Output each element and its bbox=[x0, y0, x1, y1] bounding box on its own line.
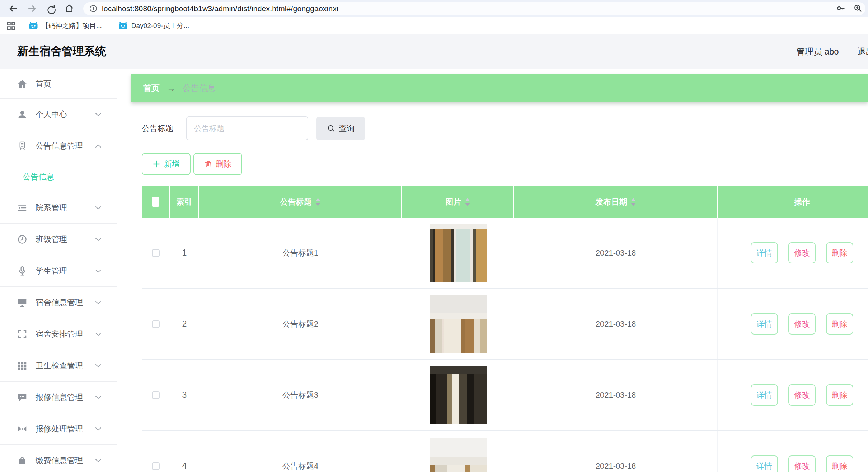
publish-date: 2021-03-18 bbox=[596, 319, 636, 329]
home-nav-icon[interactable] bbox=[64, 3, 75, 14]
sidebar-item-label: 班级管理 bbox=[36, 234, 67, 245]
select-all-header bbox=[142, 186, 170, 218]
search-input[interactable] bbox=[186, 116, 308, 140]
row-index: 3 bbox=[182, 390, 187, 400]
browser-toolbar: localhost:8080/springboot4b1w3/admin/dis… bbox=[0, 0, 868, 17]
row-delete-button[interactable]: 删除 bbox=[826, 242, 853, 263]
sidebar-item-dorm-info-mgmt[interactable]: 宿舍信息管理 bbox=[0, 287, 117, 318]
sidebar-item-student-mgmt[interactable]: 学生管理 bbox=[0, 255, 117, 287]
app-header: 新生宿舍管理系统 管理员 abo 退出 bbox=[0, 34, 868, 69]
sidebar-subitem-label: 公告信息 bbox=[23, 172, 54, 182]
publish-date: 2021-03-18 bbox=[596, 462, 636, 471]
key-icon[interactable] bbox=[836, 3, 846, 13]
microphone-icon bbox=[17, 266, 28, 276]
sidebar-item-dorm-assignment-mgmt[interactable]: 宿舍安排管理 bbox=[0, 318, 117, 350]
sort-carets-icon[interactable] bbox=[631, 198, 636, 206]
forward-icon[interactable] bbox=[27, 3, 37, 14]
row-checkbox[interactable] bbox=[152, 320, 160, 328]
sidebar-item-class-mgmt[interactable]: 班级管理 bbox=[0, 224, 117, 255]
bookmark-item[interactable]: Day02-09-员工分... bbox=[118, 21, 189, 31]
url-text: localhost:8080/springboot4b1w3/admin/dis… bbox=[102, 4, 338, 13]
row-delete-button[interactable]: 删除 bbox=[826, 455, 853, 472]
breadcrumb: 首页 → 公告信息 bbox=[131, 74, 868, 102]
chevron-down-icon bbox=[95, 458, 102, 463]
column-header-date[interactable]: 发布日期 bbox=[514, 186, 718, 218]
zoom-in-icon[interactable] bbox=[853, 3, 863, 13]
chevron-down-icon bbox=[95, 205, 102, 210]
sidebar-item-label: 个人中心 bbox=[36, 109, 67, 120]
home-icon bbox=[17, 79, 28, 89]
back-icon[interactable] bbox=[8, 3, 19, 14]
detail-button[interactable]: 详情 bbox=[751, 384, 778, 406]
address-bar[interactable]: localhost:8080/springboot4b1w3/admin/dis… bbox=[83, 2, 865, 15]
browser-window: localhost:8080/springboot4b1w3/admin/dis… bbox=[0, 0, 868, 472]
chevron-down-icon bbox=[95, 112, 102, 117]
detail-button[interactable]: 详情 bbox=[751, 455, 778, 472]
toolbar-right-icons bbox=[836, 3, 863, 13]
sort-carets-icon[interactable] bbox=[465, 198, 470, 206]
edit-button[interactable]: 修改 bbox=[788, 242, 816, 263]
row-checkbox[interactable] bbox=[152, 462, 160, 470]
sidebar-item-label: 首页 bbox=[36, 79, 51, 89]
column-header-image[interactable]: 图片 bbox=[402, 186, 514, 218]
bookmarks-divider bbox=[22, 21, 22, 31]
table-row: 1 公告标题1 2021-03-18 详情 修改 删除 bbox=[142, 218, 868, 289]
sidebar-item-department-mgmt[interactable]: 院系管理 bbox=[0, 192, 117, 224]
bookmark-label: Day02-09-员工分... bbox=[131, 21, 189, 31]
info-icon[interactable] bbox=[89, 4, 98, 13]
column-header-title[interactable]: 公告标题 bbox=[199, 186, 402, 218]
table-header-row: 索引 公告标题 图片 发布日期 操作 bbox=[142, 186, 868, 218]
sidebar-item-repair-handle-mgmt[interactable]: 报修处理管理 bbox=[0, 413, 117, 445]
column-header-ops: 操作 bbox=[718, 186, 868, 218]
chevron-down-icon bbox=[95, 268, 102, 274]
grid-icon bbox=[17, 360, 28, 371]
announcement-title: 公告标题2 bbox=[282, 319, 318, 330]
announcement-table: 索引 公告标题 图片 发布日期 操作 bbox=[142, 186, 868, 472]
bookmark-item[interactable]: 【码神之路】项目... bbox=[29, 21, 102, 31]
delete-button-label: 删除 bbox=[216, 159, 231, 169]
sidebar-item-payment-info-mgmt[interactable]: 缴费信息管理 bbox=[0, 445, 117, 472]
column-header-index[interactable]: 索引 bbox=[170, 186, 199, 218]
sidebar-item-hygiene-check-mgmt[interactable]: 卫生检查管理 bbox=[0, 350, 117, 382]
edit-button[interactable]: 修改 bbox=[788, 455, 816, 472]
bilibili-icon bbox=[29, 22, 38, 30]
admin-user-label: 管理员 abo bbox=[796, 46, 839, 57]
sidebar-item-label: 缴费信息管理 bbox=[36, 455, 83, 466]
sidebar-item-label: 卫生检查管理 bbox=[36, 360, 83, 371]
row-delete-button[interactable]: 删除 bbox=[826, 313, 853, 335]
sidebar: 首页 个人中心 公告信息管理 公告信息 院系管理 班级管理 学生管理 bbox=[0, 69, 117, 472]
announcement-photo bbox=[430, 438, 487, 472]
query-button[interactable]: 查询 bbox=[316, 117, 365, 140]
edit-button[interactable]: 修改 bbox=[788, 384, 816, 406]
row-checkbox[interactable] bbox=[152, 249, 160, 257]
select-all-checkbox[interactable] bbox=[152, 197, 159, 207]
row-delete-button[interactable]: 删除 bbox=[826, 384, 853, 406]
bilibili-icon bbox=[118, 22, 128, 30]
table-row: 2 公告标题2 2021-03-18 详情 修改 删除 bbox=[142, 289, 868, 360]
table-toolbar: 新增 删除 bbox=[142, 153, 868, 175]
add-button[interactable]: 新增 bbox=[142, 153, 191, 175]
row-checkbox[interactable] bbox=[152, 391, 160, 399]
sidebar-item-home[interactable]: 首页 bbox=[0, 69, 117, 99]
sidebar-item-label: 学生管理 bbox=[36, 266, 67, 276]
sort-carets-icon[interactable] bbox=[315, 198, 320, 206]
breadcrumb-home[interactable]: 首页 bbox=[143, 83, 160, 94]
sidebar-subitem-announcement-info[interactable]: 公告信息 bbox=[0, 162, 117, 192]
sidebar-item-label: 报修处理管理 bbox=[36, 424, 83, 434]
detail-button[interactable]: 详情 bbox=[751, 242, 778, 263]
chevron-down-icon bbox=[95, 332, 102, 337]
reload-icon[interactable] bbox=[45, 3, 56, 14]
row-index: 1 bbox=[182, 248, 187, 258]
bookmark-label: 【码神之路】项目... bbox=[42, 21, 102, 31]
sidebar-item-personal-center[interactable]: 个人中心 bbox=[0, 99, 117, 130]
detail-button[interactable]: 详情 bbox=[751, 313, 778, 335]
sidebar-item-repair-info-mgmt[interactable]: 报修信息管理 bbox=[0, 382, 117, 413]
logout-link[interactable]: 退出 bbox=[857, 46, 868, 57]
apps-grid-icon[interactable] bbox=[6, 20, 17, 31]
sidebar-item-announcement-mgmt[interactable]: 公告信息管理 bbox=[0, 130, 117, 162]
delete-button[interactable]: 删除 bbox=[193, 153, 242, 175]
edit-button[interactable]: 修改 bbox=[788, 313, 816, 335]
chevron-down-icon bbox=[95, 300, 102, 305]
search-icon bbox=[327, 124, 336, 133]
search-bar: 公告标题 查询 bbox=[142, 116, 868, 140]
